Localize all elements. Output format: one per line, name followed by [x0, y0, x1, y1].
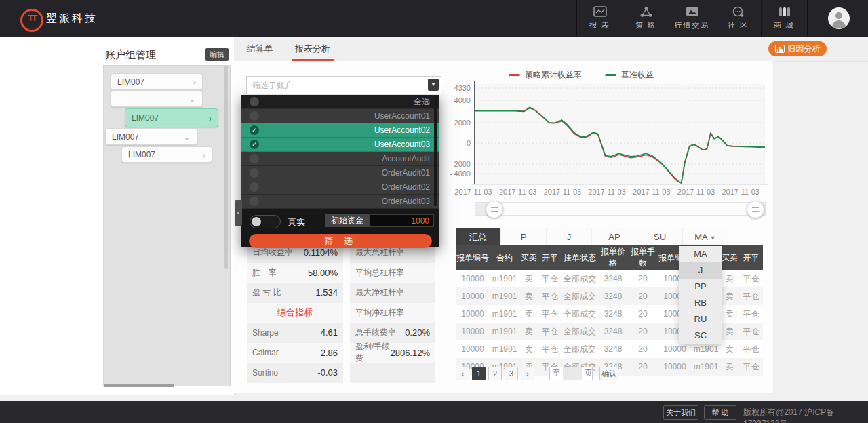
filter-submit-button[interactable]: 筛 选 — [249, 234, 432, 248]
datazoom-track[interactable] — [475, 202, 766, 216]
stat-row — [350, 363, 435, 383]
chevron-right-icon: › — [203, 150, 205, 160]
filter-option-UserAccount01[interactable]: UserAccount01 — [241, 109, 439, 123]
filter-option-label: UserAccount03 — [374, 140, 430, 149]
page-button-2[interactable]: 2 — [488, 367, 502, 380]
filter-option-UserAccount02[interactable]: ✓UserAccount02 — [241, 123, 439, 138]
next-page-button[interactable]: › — [521, 367, 534, 380]
nav-item-label: 策 略 — [635, 20, 656, 31]
brand-logo-icon: TT — [20, 9, 43, 32]
chevron-left-icon: ‹ — [237, 209, 239, 216]
unchecked-circle-icon — [250, 111, 259, 121]
nav-item-label: 社 区 — [728, 20, 749, 31]
chevron-down-icon: ⌄ — [183, 132, 191, 142]
tab-settlement[interactable]: 结算单 — [239, 37, 280, 61]
legend-item-benchmark[interactable]: 基准收益 — [605, 70, 654, 79]
edit-button[interactable]: 编辑 — [205, 48, 229, 61]
group-button-4[interactable]: LIM007⌄ — [105, 128, 197, 145]
page-button-1[interactable]: 1 — [472, 367, 486, 380]
datazoom-handle-right[interactable] — [747, 201, 764, 218]
stat-row: Sortino-0.03 — [247, 363, 343, 383]
svg-text:2017-11-03: 2017-11-03 — [722, 188, 759, 196]
group-button-5[interactable]: LIM007› — [121, 146, 212, 163]
dropdown-toggle-button[interactable]: ▼ — [428, 79, 439, 91]
dropdown-option-PP[interactable]: PP — [679, 279, 722, 295]
nav-item-community[interactable]: 社 区 — [715, 0, 761, 37]
orders-tab-AP[interactable]: AP — [592, 228, 637, 245]
nav-item-label: 报 表 — [589, 20, 610, 31]
column-header: 挂单状态 — [561, 245, 598, 270]
nav-item-mall[interactable]: 商 城 — [761, 0, 808, 37]
stat-row: 盈利/手续费2806.12% — [350, 343, 435, 363]
line-chart: 4330400020000- 2000- 40002017-11-032017-… — [448, 65, 773, 201]
datazoom-handle-left[interactable] — [486, 201, 503, 218]
filter-dropdown: 全选UserAccount01✓UserAccount02✓UserAccoun… — [241, 95, 439, 247]
list-scrollbar[interactable] — [434, 99, 437, 206]
dropdown-option-SC[interactable]: SC — [679, 327, 722, 344]
strategy-network-icon — [639, 6, 653, 18]
caret-down-icon: ▼ — [710, 235, 716, 241]
goto-page-group: 至 页 — [549, 367, 593, 380]
group-button-3-selected[interactable]: LIM007› — [125, 108, 218, 127]
legend-item-strategy[interactable]: 策略累计收益率 — [509, 70, 582, 79]
column-header: 开平 — [739, 245, 763, 270]
vertical-scrollbar[interactable] — [224, 66, 228, 269]
svg-text:2000: 2000 — [454, 119, 471, 127]
dropdown-option-RU[interactable]: RU — [679, 311, 722, 327]
subaccount-filter-input[interactable] — [251, 78, 423, 92]
filter-option-OrderAudit03[interactable]: OrderAudit03 — [241, 195, 439, 209]
pagination: ‹ 123 › 至 页 确认 — [456, 367, 618, 380]
bar-chart-icon — [775, 45, 785, 53]
column-header: 买卖 — [519, 245, 538, 270]
filter-option-UserAccount03[interactable]: ✓UserAccount03 — [241, 138, 439, 152]
nav-item-strategy[interactable]: 策 略 — [623, 0, 669, 37]
svg-text:2017-11-03: 2017-11-03 — [633, 188, 670, 196]
page-button-3[interactable]: 3 — [505, 367, 518, 380]
checked-icon: ✓ — [250, 140, 259, 149]
filter-option-label: 全选 — [414, 96, 430, 108]
help-button[interactable]: 帮 助 — [704, 405, 736, 420]
prev-page-button[interactable]: ‹ — [456, 367, 469, 380]
stat-row: 平均净杠杆率 — [350, 303, 435, 323]
market-trade-icon — [686, 6, 699, 18]
real-account-toggle[interactable] — [250, 215, 281, 228]
orders-tab-SU[interactable]: SU — [637, 228, 683, 245]
column-header: 报单价格 — [598, 245, 628, 270]
svg-text:2017-11-03: 2017-11-03 — [544, 188, 581, 196]
group-button-1[interactable]: LIM007› — [111, 73, 203, 90]
copyright-text: 版权所有@2017 沪ICP备17037132号 — [743, 407, 868, 423]
dropdown-option-J[interactable]: J — [679, 262, 722, 279]
goto-page-input[interactable] — [563, 367, 582, 380]
filter-option-全选[interactable]: 全选 — [241, 95, 439, 109]
attribution-analysis-button[interactable]: 归因分析 — [768, 41, 827, 56]
initial-capital-input[interactable] — [369, 214, 434, 227]
group-button-2[interactable]: ⌄ — [111, 90, 203, 107]
dropdown-option-RB[interactable]: RB — [679, 295, 722, 311]
avatar[interactable] — [828, 7, 850, 29]
stat-row: 总手续费率0.20% — [350, 323, 435, 343]
confirm-button[interactable]: 确认 — [599, 367, 618, 380]
collapse-handle[interactable]: ‹ — [235, 200, 242, 226]
dropdown-option-MA[interactable]: MA — [679, 246, 722, 262]
svg-text:- 4000: - 4000 — [450, 169, 471, 178]
orders-tab-J[interactable]: J — [547, 228, 592, 245]
unchecked-circle-icon — [250, 168, 259, 178]
orders-tab-P[interactable]: P — [501, 228, 547, 245]
orders-tab-MA[interactable]: MA▼ — [683, 228, 728, 245]
about-us-button[interactable]: 关于我们 — [663, 405, 698, 420]
unchecked-circle-icon — [250, 97, 259, 106]
nav-item-market[interactable]: 行情交易 — [669, 0, 715, 37]
stat-row: 平均总杠杆率 — [350, 263, 435, 283]
filter-option-OrderAudit02[interactable]: OrderAudit02 — [241, 180, 439, 195]
stat-row: 最大净杠杆率 — [350, 283, 435, 303]
orders-tab-汇总[interactable]: 汇总 — [456, 228, 501, 245]
tab-report-analysis[interactable]: 报表分析 — [288, 37, 338, 61]
filter-option-AccountAudit[interactable]: AccountAudit — [241, 152, 439, 166]
initial-capital-label: 初始资金 — [326, 214, 369, 227]
filter-option-OrderAudit01[interactable]: OrderAudit01 — [241, 166, 439, 180]
horizontal-scrollbar[interactable] — [104, 384, 174, 387]
column-header: 开平 — [538, 245, 561, 270]
unchecked-circle-icon — [250, 197, 259, 206]
nav-item-reports[interactable]: 报 表 — [576, 0, 623, 37]
sidebar-title: 账户组管理 — [105, 49, 156, 62]
